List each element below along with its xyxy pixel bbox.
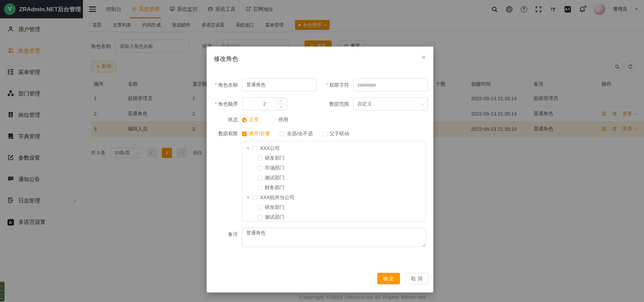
tree-node-branch[interactable]: XXX杭州分公司	[242, 193, 425, 202]
checkbox-checked-icon	[242, 131, 247, 136]
checkbox-icon	[280, 131, 284, 136]
radio-status-disabled[interactable]: 停用	[271, 117, 288, 123]
data-scope-select[interactable]: 自定义	[353, 97, 428, 110]
checkbox-icon[interactable]	[257, 176, 262, 180]
dialog-title: 修改角色	[214, 55, 238, 63]
role-name-field[interactable]	[242, 78, 317, 91]
edit-role-dialog: 修改角色 × 角色名称 权限字符 角色顺序 2	[207, 47, 433, 292]
confirm-button[interactable]: 确 定	[377, 273, 400, 284]
checkbox-icon[interactable]	[257, 205, 262, 210]
role-order-label: 角色顺序	[207, 101, 238, 107]
role-order-stepper[interactable]: 2	[242, 97, 287, 110]
tree-node-dept[interactable]: 测试部门	[242, 173, 425, 183]
checkbox-parent-child-link[interactable]: 父子联动	[323, 130, 349, 137]
remark-textarea[interactable]: 普通角色	[242, 228, 426, 247]
tree-node-dept[interactable]: 测试部门	[242, 212, 425, 221]
checkbox-icon	[323, 131, 327, 136]
checkbox-icon[interactable]	[253, 195, 257, 200]
decrement-button[interactable]	[276, 104, 286, 109]
cancel-button[interactable]: 取 消	[405, 273, 428, 284]
checkbox-icon[interactable]	[253, 146, 257, 151]
checkbox-icon[interactable]	[257, 166, 262, 171]
data-perm-label: 数据权限	[207, 130, 238, 137]
tree-expand-caret-icon[interactable]	[246, 147, 250, 149]
chevron-down-icon	[421, 102, 424, 105]
tree-node-dept[interactable]: 研发部门	[242, 202, 425, 212]
tree-expand-caret-icon[interactable]	[246, 197, 250, 199]
role-name-label: 角色名称	[207, 82, 238, 88]
tree-node-company[interactable]: XXX公司	[242, 143, 425, 153]
increment-button[interactable]	[276, 99, 286, 104]
tree-node-dept[interactable]: 研发部门	[242, 153, 425, 163]
tree-node-dept[interactable]: 财务部门	[242, 183, 425, 193]
radio-icon	[271, 118, 276, 122]
status-label: 状态	[207, 117, 238, 123]
radio-status-normal[interactable]: 正常	[242, 117, 259, 123]
remark-label: 备注	[207, 231, 238, 247]
checkbox-icon[interactable]	[257, 215, 262, 220]
perm-string-field[interactable]	[353, 78, 428, 91]
perm-string-label: 权限字符	[318, 82, 349, 88]
checkbox-icon[interactable]	[257, 185, 262, 190]
close-dialog-icon[interactable]: ×	[420, 55, 428, 60]
checkbox-expand-collapse[interactable]: 展开/折叠	[242, 130, 270, 137]
department-tree: XXX公司 研发部门 市场部门 测试部门 财务部门 XXX杭州分公司	[242, 141, 426, 221]
data-scope-label: 数据范围	[318, 101, 349, 107]
checkbox-icon[interactable]	[257, 156, 262, 161]
checkbox-select-all[interactable]: 全选/全不选	[280, 130, 313, 137]
radio-checked-icon	[242, 118, 247, 122]
tree-node-dept[interactable]: 市场部门	[242, 163, 425, 173]
